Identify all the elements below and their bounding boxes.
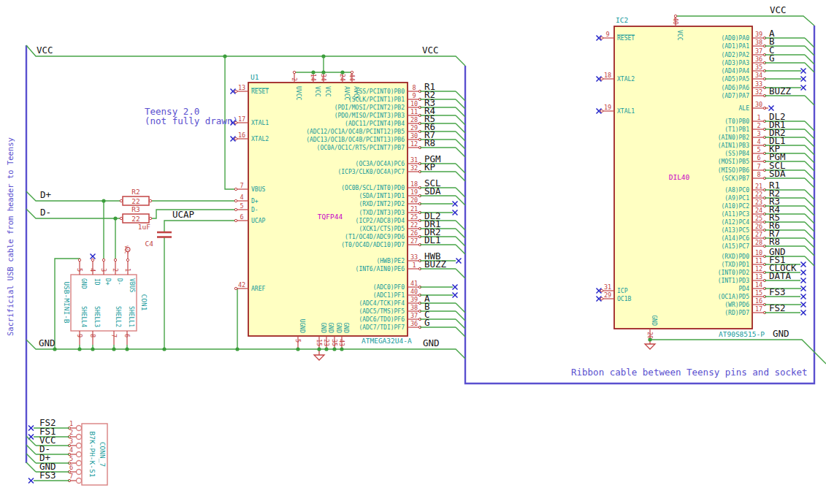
no-connect-icon — [91, 254, 96, 259]
net-label-gnd-ic2[interactable]: GND — [773, 328, 789, 339]
wire[interactable] — [805, 55, 814, 64]
wire[interactable] — [805, 178, 814, 188]
net-label-vcc-ic2[interactable]: VCC — [770, 4, 787, 15]
wire[interactable] — [456, 269, 465, 278]
wire[interactable] — [805, 63, 814, 72]
wire[interactable] — [456, 123, 465, 133]
wire[interactable] — [805, 137, 814, 147]
net-label[interactable]: FS3 — [769, 286, 786, 297]
wire[interactable] — [456, 303, 465, 313]
net-label-gnd-mid[interactable]: GND — [423, 337, 440, 348]
wire[interactable] — [805, 96, 814, 105]
wire[interactable] — [456, 237, 465, 246]
wire[interactable] — [805, 145, 814, 155]
wire[interactable] — [456, 188, 465, 197]
wire[interactable] — [805, 38, 814, 47]
pin-number: 33 — [755, 80, 762, 88]
component-value: USB-MINI-B — [63, 281, 71, 323]
pin-number: 8 — [412, 84, 416, 91]
net-label[interactable]: G — [424, 317, 430, 328]
pin-number: 6 — [757, 154, 760, 161]
net-label-dplus[interactable]: D+ — [40, 189, 51, 200]
wire[interactable] — [456, 99, 465, 109]
wire[interactable] — [805, 246, 814, 256]
wire[interactable] — [456, 91, 465, 101]
pin-name: (INT0)PD2 — [718, 270, 750, 276]
pin-number: 24 — [339, 74, 346, 81]
wire[interactable] — [456, 115, 465, 125]
wire[interactable] — [805, 46, 814, 56]
u1-symbol[interactable]: U1TQFP44ATMEGA32U4-A8(SS/PCINT0)PB0R19(S… — [231, 71, 466, 349]
wire[interactable] — [805, 170, 814, 180]
net-label[interactable]: KP — [424, 161, 435, 172]
wire[interactable] — [456, 164, 465, 173]
wire[interactable] — [805, 230, 814, 240]
wire[interactable] — [456, 196, 465, 205]
net-label[interactable]: R8 — [769, 236, 780, 247]
wire[interactable] — [805, 129, 814, 139]
wire[interactable] — [805, 153, 814, 163]
wire[interactable] — [805, 198, 814, 207]
wire[interactable] — [456, 245, 465, 254]
wire[interactable] — [26, 454, 36, 463]
resistor-r3[interactable]: R3 22 — [120, 205, 151, 223]
pin-name: D+ — [251, 198, 259, 205]
pin-name: (AD5)PA5 — [721, 76, 749, 83]
wire[interactable] — [26, 445, 36, 454]
pin-name: RESET — [617, 35, 635, 42]
vcc-symbol[interactable]: VCC — [123, 245, 130, 260]
annotation-teensy-2[interactable]: (not fully drawn) — [145, 115, 238, 126]
pin-number: 7 — [757, 163, 760, 170]
con1-symbol[interactable]: USB-MINI-BCON15GND4ID3D+2D-1VBUS9SHELL48… — [63, 254, 148, 350]
wire[interactable] — [456, 327, 465, 337]
wire[interactable] — [456, 229, 465, 238]
net-label-vcc-left[interactable]: VCC — [37, 45, 53, 56]
pin-name: (ICP3/CLK0/OC4A)PC7 — [337, 169, 405, 175]
capacitor-value: 1uF — [138, 223, 150, 231]
wire[interactable] — [805, 214, 814, 224]
conn7-symbol[interactable]: B7K-PH-K-S1CONN_71FS22FS13VCC4D-5D+6GND7… — [26, 417, 107, 485]
net-label[interactable]: DATA — [769, 270, 792, 281]
wire[interactable] — [805, 256, 814, 266]
ic2-symbol[interactable]: IC2DIL40AT90S8515-P39(AD0)PA0A38(AD1)PA1… — [597, 15, 815, 340]
wire[interactable] — [456, 221, 465, 230]
net-label-gnd-left[interactable]: GND — [39, 337, 56, 348]
annotation-ribbon-cable[interactable]: Ribbon cable between Teensy pins and soc… — [571, 367, 808, 378]
wire[interactable] — [456, 311, 465, 321]
wire[interactable] — [805, 206, 814, 215]
wire[interactable] — [805, 121, 814, 131]
wire[interactable] — [26, 462, 36, 472]
wire[interactable] — [456, 131, 465, 141]
wire[interactable] — [456, 172, 465, 181]
net-label[interactable]: FS2 — [769, 302, 786, 313]
wire[interactable] — [456, 107, 465, 117]
net-label[interactable]: FS3 — [39, 470, 56, 481]
net-label[interactable]: BUZZ — [769, 85, 792, 96]
pin-number: 15 — [316, 339, 323, 346]
pin-number: 3 — [69, 438, 73, 445]
net-label-dminus[interactable]: D- — [40, 207, 51, 218]
wire[interactable] — [456, 140, 465, 149]
component-ref: CONN_7 — [99, 442, 107, 467]
capacitor-c4[interactable]: 1uF C4 — [138, 223, 172, 248]
net-label-ucap[interactable]: UCAP — [172, 209, 194, 220]
net-label[interactable]: G — [769, 53, 775, 64]
annotation-sacrificial-cable[interactable]: Sacrificial USB cable from header to Tee… — [6, 137, 15, 336]
net-label[interactable]: BUZZ — [424, 259, 447, 270]
junction-dot — [53, 347, 56, 351]
wire[interactable] — [805, 161, 814, 171]
net-label[interactable]: SDA — [769, 168, 786, 179]
pin-number: 1 — [412, 261, 416, 269]
resistor-r2[interactable]: R2 22 — [120, 188, 151, 205]
net-label-vcc-mid[interactable]: VCC — [422, 45, 439, 56]
wire[interactable] — [456, 148, 465, 157]
wire[interactable] — [805, 222, 814, 232]
wire[interactable] — [805, 190, 814, 199]
pin-name: AREF — [251, 286, 265, 292]
wire[interactable] — [805, 238, 814, 248]
no-connect-icon — [801, 278, 806, 283]
net-label[interactable]: R8 — [424, 137, 435, 148]
net-label[interactable]: DL1 — [424, 234, 441, 245]
wire[interactable] — [456, 319, 465, 329]
net-label[interactable]: SDA — [424, 186, 441, 196]
